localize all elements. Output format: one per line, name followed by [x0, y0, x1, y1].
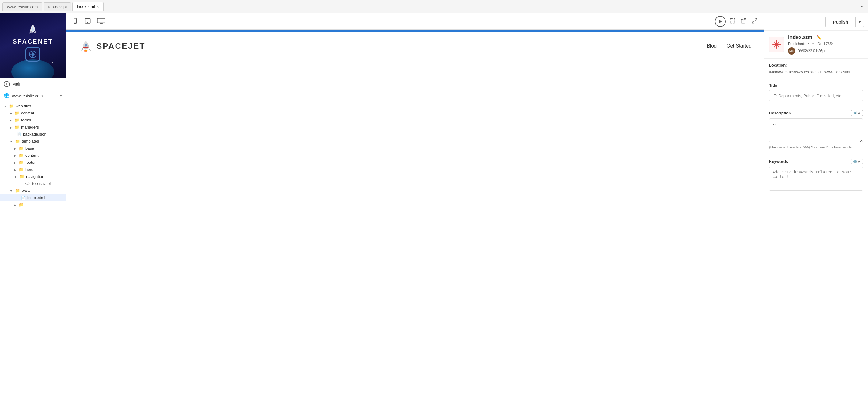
folder-icon: 📁	[19, 174, 24, 179]
published-row: Published: 4 ▾ ID: 17654	[788, 42, 863, 46]
tree-item-top-nav-tpl[interactable]: </> top-nav.tpl	[0, 180, 66, 187]
web-files-chevron	[4, 104, 7, 108]
content-chevron	[10, 111, 12, 115]
index-stml-label: index.stml	[27, 195, 45, 200]
folder-icon: 📁	[14, 125, 19, 129]
toolbar	[66, 13, 764, 30]
center-area: SPACEJET Blog Get Started	[66, 13, 764, 403]
stml-file-icon: 📄	[21, 196, 25, 200]
web-files-label: web files	[16, 104, 31, 108]
mobile-view-button[interactable]	[71, 17, 80, 27]
content2-chevron	[14, 153, 17, 157]
folder-icon: 📁	[19, 153, 24, 157]
dropdown-arrow[interactable]: ▾	[861, 4, 863, 9]
tree-item-package-json[interactable]: 📄 package.json	[0, 131, 66, 138]
published-count: 4	[808, 42, 810, 46]
logo-placeholder: SPACENET	[0, 13, 66, 78]
publish-dropdown-button[interactable]: ▾	[856, 17, 864, 27]
folder-icon: 📁	[9, 104, 14, 108]
folder-icon: 📁	[19, 167, 24, 172]
id-label: ID:	[816, 42, 821, 46]
tree-item-base[interactable]: 📁 base	[0, 145, 66, 152]
id-value: 17654	[824, 42, 834, 46]
title-label: Title	[769, 83, 863, 88]
tab-bar: www.testsite.com top-nav.tpl index.stml …	[0, 0, 868, 13]
tab-index[interactable]: index.stml ×	[72, 2, 103, 11]
svg-rect-1	[32, 53, 34, 56]
tree-item-hero[interactable]: 📁 hero	[0, 166, 66, 173]
www-label: www	[22, 188, 30, 193]
description-ai-badge[interactable]: ⚙️ AI	[851, 110, 863, 116]
svg-point-24	[776, 40, 777, 41]
desktop-view-button[interactable]	[96, 17, 106, 27]
publish-button[interactable]: Publish	[826, 17, 856, 27]
site-selector[interactable]: 🌐 www.testsite.com ▾	[0, 90, 66, 101]
keywords-ai-badge[interactable]: ⚙️ AI	[851, 159, 863, 164]
file-title: index.stml	[788, 34, 814, 40]
svg-line-15	[743, 19, 746, 21]
tab-bar-menu: ⋮ ▾	[854, 3, 866, 10]
svg-point-26	[772, 44, 774, 45]
underscore-label: _	[25, 202, 28, 207]
folder-icon: 📁	[14, 118, 19, 122]
file-tree: 📁 web files 📁 content 📁 forms	[0, 101, 66, 403]
play-forward-button[interactable]	[715, 16, 726, 27]
svg-rect-10	[97, 18, 105, 23]
www-chevron	[10, 188, 13, 193]
tree-item-templates[interactable]: 📁 templates	[0, 138, 66, 145]
tree-item-index-stml[interactable]: 📄 index.stml	[0, 194, 66, 201]
preview-area: SPACEJET Blog Get Started	[66, 30, 764, 403]
tree-item-underscore[interactable]: 📁 _	[0, 201, 66, 208]
title-input[interactable]	[769, 90, 863, 101]
hero-chevron	[14, 167, 17, 172]
char-count: (Maximum characters: 255) You have 255 c…	[769, 145, 863, 150]
folder-icon: 📁	[19, 202, 24, 207]
tree-item-navigation[interactable]: 📁 navigation	[0, 173, 66, 180]
managers-label: managers	[21, 125, 39, 129]
avatar-row: MG 09/02/23 01:36pm	[788, 47, 863, 55]
add-main-icon: +	[4, 81, 10, 87]
external-link-button[interactable]	[739, 17, 748, 27]
navigation-label: navigation	[26, 174, 44, 179]
site-name: www.testsite.com	[12, 93, 42, 98]
close-tab-icon[interactable]: ×	[97, 5, 99, 9]
keywords-textarea[interactable]	[769, 167, 863, 191]
tab-www[interactable]: www.testsite.com	[2, 2, 42, 11]
tree-item-content2[interactable]: 📁 content	[0, 152, 66, 159]
keywords-label: Keywords ⚙️ AI	[769, 159, 863, 164]
tree-item-footer[interactable]: 📁 footer	[0, 159, 66, 166]
publish-button-group: Publish ▾	[826, 17, 864, 27]
tablet-view-button[interactable]	[83, 17, 92, 27]
base-chevron	[14, 146, 17, 151]
navigation-chevron	[14, 174, 18, 179]
edit-filename-icon[interactable]: ✏️	[816, 35, 822, 40]
preview-logo: SPACEJET	[78, 38, 145, 54]
description-section: Description ⚙️ AI .. (Maximum characters…	[764, 106, 868, 154]
svg-point-25	[776, 48, 777, 49]
tab-index-label: index.stml	[77, 4, 95, 9]
footer-chevron	[14, 160, 17, 165]
tab-top-nav-label: top-nav.tpl	[48, 5, 66, 9]
published-chevron-icon[interactable]: ▾	[812, 42, 814, 46]
selection-tool-button[interactable]	[728, 17, 737, 27]
tree-item-content[interactable]: 📁 content	[0, 110, 66, 117]
file-title-row: index.stml ✏️	[788, 34, 863, 40]
toolbar-right	[715, 16, 759, 27]
description-textarea[interactable]: ..	[769, 118, 863, 142]
tree-item-www[interactable]: 📁 www	[0, 187, 66, 194]
forms-chevron	[10, 118, 12, 122]
sidebar-main-section[interactable]: + Main	[0, 78, 66, 90]
content2-label: content	[25, 153, 39, 157]
svg-rect-14	[731, 19, 735, 23]
tree-item-forms[interactable]: 📁 forms	[0, 117, 66, 124]
forms-label: forms	[21, 118, 31, 122]
location-label: Location:	[769, 63, 863, 67]
menu-button[interactable]: ⋮	[854, 3, 860, 10]
tab-top-nav[interactable]: top-nav.tpl	[43, 2, 71, 11]
tree-item-managers[interactable]: 📁 managers	[0, 124, 66, 131]
folder-icon: 📁	[19, 160, 24, 165]
expand-button[interactable]	[750, 17, 759, 27]
base-label: base	[25, 146, 34, 151]
tree-item-web-files[interactable]: 📁 web files	[0, 103, 66, 110]
folder-icon: 📁	[19, 146, 24, 151]
